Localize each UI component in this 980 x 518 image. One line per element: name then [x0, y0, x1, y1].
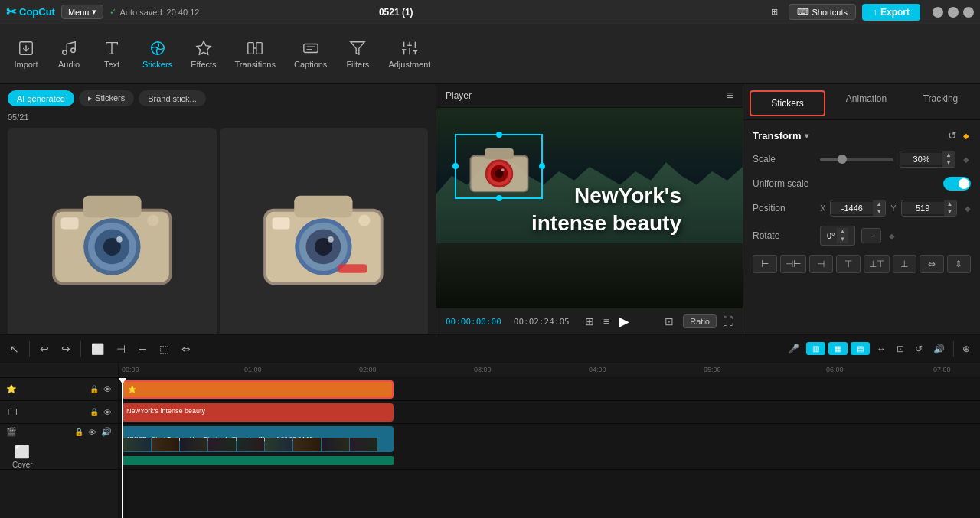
maximize-button[interactable] [948, 7, 959, 18]
position-x-stepper-buttons: ▲ ▼ [873, 200, 885, 216]
toolbar-adjustment[interactable]: Adjustment [381, 35, 438, 73]
toolbar-transitions[interactable]: Transitions [227, 35, 283, 73]
mirror-button[interactable]: ⇔ [178, 340, 194, 357]
stickers-tab[interactable]: ▸ Stickers [79, 90, 134, 106]
shortcuts-button[interactable]: ⌨ Shortcuts [789, 4, 856, 20]
align-top-button[interactable]: ⊤ [836, 255, 861, 273]
grid-button[interactable]: ⊞ [766, 5, 782, 18]
keyframe-button[interactable]: ◆ [962, 129, 971, 142]
fullscreen-button[interactable]: ⛶ [723, 315, 733, 327]
eye-icon-video[interactable]: 👁 [88, 428, 96, 437]
rotate-keyframe-button[interactable]: ◆ [887, 230, 897, 242]
cursor-tool-button[interactable]: ↖ [6, 340, 23, 357]
eye-icon-text[interactable]: 👁 [103, 408, 112, 417]
toolbar-audio[interactable]: Audio [49, 35, 89, 73]
position-x-decrement[interactable]: ▼ [873, 208, 885, 216]
trim-left-button[interactable]: ⊣ [113, 340, 129, 357]
toolbar-captions[interactable]: Captions [286, 35, 335, 73]
scale-slider-thumb[interactable] [838, 155, 847, 164]
audio-clip[interactable] [122, 456, 394, 465]
trim-right-button[interactable]: ⊢ [134, 340, 151, 357]
scale-keyframe-button[interactable]: ◆ [962, 154, 971, 165]
rotate-increment[interactable]: ▲ [837, 228, 849, 236]
eye-icon-sticker[interactable]: 👁 [103, 385, 112, 394]
scale-increment-button[interactable]: ▲ [942, 151, 955, 159]
toolbar-import[interactable]: Import [6, 35, 46, 73]
timeline-playhead[interactable] [122, 378, 123, 518]
position-x-increment[interactable]: ▲ [873, 200, 885, 208]
tab-animation[interactable]: Animation [830, 87, 903, 119]
scale-decrement-button[interactable]: ▼ [942, 159, 955, 167]
video-clip-3-button[interactable]: ▤ [851, 342, 870, 355]
close-button[interactable] [963, 7, 974, 18]
ai-generated-tab[interactable]: AI generated [8, 90, 74, 106]
align-right-button[interactable]: ⊣ [809, 255, 834, 273]
lock-icon-video[interactable]: 🔒 [74, 428, 83, 436]
text-icon [103, 40, 120, 57]
toolbar-filters[interactable]: Filters [338, 35, 377, 73]
position-keyframe-button[interactable]: ◆ [963, 203, 972, 214]
lock-icon-text[interactable]: 🔒 [90, 408, 99, 416]
export-button[interactable]: ↑ Export [862, 4, 920, 21]
split-button[interactable]: ⬜ [87, 340, 108, 357]
rotate-decrement[interactable]: ▼ [837, 236, 849, 243]
position-y-increment[interactable]: ▲ [944, 200, 956, 208]
mic-button[interactable]: 🎤 [784, 341, 803, 357]
tab-tracking[interactable]: Tracking [904, 87, 977, 119]
brand-sticker-button[interactable]: Brand stick... [139, 90, 206, 106]
text-clip[interactable]: NewYork's intense beauty [122, 403, 394, 422]
fit-width-button[interactable]: ↔ [873, 341, 890, 357]
left-panel-tabs: AI generated ▸ Stickers Brand stick... [0, 84, 436, 112]
fit-screen-button[interactable]: ⊡ [662, 314, 677, 329]
current-time: 00:00:00:00 [446, 317, 501, 327]
align-bottom-button[interactable]: ⊥ [893, 255, 917, 273]
tab-stickers[interactable]: Stickers [750, 90, 825, 116]
scale-slider[interactable] [820, 158, 893, 161]
position-y-decrement[interactable]: ▼ [944, 208, 956, 216]
align-center-h-button[interactable]: ⊣⊢ [780, 255, 806, 273]
audio-icon-video[interactable]: 🔊 [101, 427, 112, 437]
align-center-v-button[interactable]: ⊥⊤ [864, 255, 890, 273]
distribute-v-button[interactable]: ⇕ [947, 255, 972, 273]
play-button[interactable]: ▶ [619, 313, 629, 330]
timeline-track-labels: ⭐ 🔒 👁 T I 🔒 👁 🎬 🔒 👁 🔊 [0, 363, 119, 518]
redo-button[interactable]: ↪ [57, 340, 74, 357]
pip-button[interactable]: ⊡ [893, 341, 908, 357]
video-clip-2-button[interactable]: ▦ [828, 342, 848, 355]
rotate-minus-button[interactable]: - [861, 228, 881, 243]
distribute-h-button[interactable]: ⇔ [920, 255, 944, 273]
placed-sticker[interactable] [461, 138, 537, 195]
list-view-button[interactable]: ≡ [600, 314, 612, 329]
zoom-button[interactable]: ⊕ [959, 341, 974, 357]
undo-button[interactable]: ↩ [36, 340, 53, 357]
delete-button[interactable]: ⬚ [155, 340, 173, 357]
video-clip-1-button[interactable]: ▥ [806, 342, 825, 355]
volume-button[interactable]: 🔊 [929, 341, 949, 357]
minimize-button[interactable] [933, 7, 943, 18]
sticker-item-2[interactable] [220, 128, 429, 334]
uniform-scale-toggle[interactable] [943, 177, 971, 191]
thumb-4 [208, 438, 236, 451]
position-y-input[interactable] [902, 202, 944, 214]
toolbar-text[interactable]: Text [92, 35, 132, 73]
ratio-button[interactable]: Ratio [683, 314, 717, 328]
sticker-item-1[interactable] [8, 128, 217, 334]
thumb-2 [152, 438, 179, 451]
grid-view-button[interactable]: ⊞ [582, 314, 597, 329]
loop-button[interactable]: ↺ [911, 341, 926, 357]
timeline-ruler: 00:00 01:00 02:00 03:00 04:00 05:00 06:0… [119, 363, 980, 378]
player-menu-button[interactable]: ≡ [727, 89, 733, 103]
sticker-clip[interactable]: ⭐ [122, 380, 394, 399]
player-controls: 00:00:00:00 00:02:24:05 ⊞ ≡ ▶ ⊡ Ratio ⛶ [436, 308, 743, 334]
align-left-button[interactable]: ⊢ [753, 255, 777, 273]
video-clip[interactable]: JOKER - Final Trailer - Now Playing In T… [122, 426, 394, 452]
toolbar-effects[interactable]: Effects [183, 35, 224, 73]
reset-transform-button[interactable]: ↺ [948, 129, 957, 142]
lock-icon-sticker[interactable]: 🔒 [90, 385, 99, 393]
cover-button[interactable]: ⬜ Cover [6, 441, 39, 472]
menu-button[interactable]: Menu ▾ [61, 5, 104, 19]
position-x-input[interactable] [831, 202, 873, 214]
text-track-T: I [15, 408, 18, 416]
toolbar-stickers[interactable]: Stickers [135, 35, 180, 73]
scale-input[interactable] [900, 153, 942, 165]
